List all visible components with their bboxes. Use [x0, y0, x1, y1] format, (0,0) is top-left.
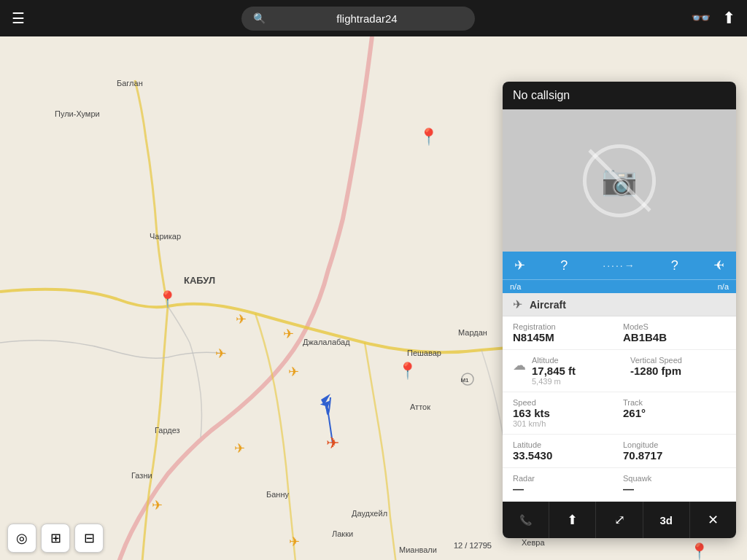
- camera-icon: 📷: [601, 163, 638, 198]
- radar-label: Radar: [513, 474, 616, 483]
- speed-track-row: Speed 163 kts 301 km/h Track 261°: [503, 392, 736, 435]
- registration-value: N8145M: [513, 331, 616, 343]
- filter-button[interactable]: ⊟: [74, 524, 104, 553]
- plane-arrive-icon: ✈: [713, 257, 724, 273]
- call-button[interactable]: 📞: [503, 502, 549, 538]
- vertical-speed-value: -1280 fpm: [630, 365, 726, 377]
- city-label: Даудхейл: [352, 509, 387, 518]
- svg-point-0: [462, 373, 473, 385]
- na-bar: n/a n/a: [503, 279, 736, 293]
- filter-icon: ⊟: [84, 530, 95, 546]
- radar-value: —: [513, 483, 616, 495]
- city-label: Банну: [266, 490, 289, 499]
- squawk-label: Squawk: [623, 474, 726, 483]
- track-label: Track: [623, 398, 726, 407]
- cloud-icon: ☁: [513, 357, 526, 373]
- track-cell: Track 261°: [623, 398, 726, 428]
- arrival-code: ?: [671, 258, 678, 273]
- speed-label: Speed: [513, 398, 616, 407]
- altitude-metric: 5,439 m: [532, 377, 627, 386]
- longitude-label: Longitude: [623, 440, 726, 449]
- map-counter-display: 12 / 12795: [454, 541, 492, 550]
- city-label: Пули-Хумри: [55, 109, 100, 118]
- svg-text:M1: M1: [460, 377, 469, 384]
- altitude-value: 17,845 ft: [532, 365, 576, 377]
- call-icon: 📞: [519, 514, 532, 526]
- city-label: Мианвали: [399, 545, 437, 554]
- latlon-row: Latitude 33.5430 Longitude 70.8717: [503, 435, 736, 468]
- expand-icon: ⤢: [614, 512, 625, 528]
- panel-header: No callsign: [503, 82, 736, 109]
- registration-modes-row: Registration N8145M ModeS AB1B4B: [503, 316, 736, 350]
- close-button[interactable]: ✕: [690, 502, 736, 538]
- altitude-cell: Altitude 17,845 ft 5,439 m: [532, 356, 627, 386]
- registration-cell: Registration N8145M: [513, 322, 616, 343]
- flight-info-panel: No callsign 📷 ✈ ? ·····→ ? ✈ n/a n/a ✈ A…: [503, 82, 736, 538]
- share-button[interactable]: ⬆: [549, 502, 596, 538]
- departure-code: ?: [560, 258, 568, 273]
- city-label: Лакки: [332, 529, 353, 538]
- city-label: Джалалабад: [303, 338, 350, 346]
- no-photo-placeholder: 📷: [583, 144, 656, 217]
- speed-cell: Speed 163 kts 301 km/h: [513, 398, 616, 428]
- location-pin-peshawar: 📍: [398, 362, 417, 381]
- longitude-cell: Longitude 70.8717: [623, 440, 726, 462]
- locate-icon: ◎: [16, 530, 28, 546]
- city-label: КАБУЛ: [184, 275, 215, 286]
- aircraft-section-title: Aircraft: [530, 299, 566, 311]
- map-toolbar: ◎ ⊞ ⊟: [7, 524, 104, 553]
- close-icon: ✕: [708, 512, 719, 528]
- city-label: Гардез: [155, 426, 180, 435]
- latitude-cell: Latitude 33.5430: [513, 440, 616, 462]
- 3d-button[interactable]: 3d: [643, 502, 690, 538]
- city-label: Атток: [410, 402, 430, 411]
- city-label: Баглан: [117, 79, 143, 88]
- vertical-speed-label: Vertical Speed: [630, 356, 726, 365]
- aircraft-icon[interactable]: ✈: [288, 364, 299, 380]
- na-right: n/a: [718, 282, 729, 291]
- search-bar[interactable]: 🔍 flightradar24: [241, 7, 475, 31]
- topbar: ☰ 🔍 flightradar24 👓 ⬆: [0, 0, 747, 36]
- aircraft-icon[interactable]: ✈: [289, 534, 300, 550]
- departure-icon: ✈: [514, 257, 525, 273]
- squawk-cell: Squawk —: [623, 474, 726, 495]
- aircraft-image: 📷: [503, 109, 736, 252]
- route-bar: ✈ ? ·····→ ? ✈: [503, 252, 736, 279]
- expand-button[interactable]: ⤢: [596, 502, 643, 538]
- aircraft-icon[interactable]: ✈: [283, 326, 294, 342]
- aircraft-icon[interactable]: ✈: [152, 497, 163, 513]
- aircraft-icon[interactable]: ✈: [234, 440, 245, 456]
- modes-cell: ModeS AB1B4B: [623, 322, 726, 343]
- search-input[interactable]: flightradar24: [271, 12, 463, 25]
- locate-button[interactable]: ◎: [7, 524, 36, 553]
- search-icon: 🔍: [253, 12, 266, 24]
- location-pin-kabul: 📍: [158, 290, 177, 309]
- binoculars-icon[interactable]: 👓: [691, 9, 711, 28]
- callsign-title: No callsign: [513, 89, 570, 102]
- modes-value: AB1B4B: [623, 331, 726, 343]
- altitude-vs-row: ☁ Altitude 17,845 ft 5,439 m Vertical Sp…: [503, 350, 736, 392]
- flight-path-indicator: ➤: [316, 394, 337, 415]
- arrival-icon: ✈: [713, 257, 724, 273]
- city-label: Чарикар: [150, 232, 181, 241]
- aircraft-icon-selected[interactable]: ✈: [326, 434, 339, 453]
- location-pin-east: 📍: [689, 542, 709, 560]
- city-label: Газни: [131, 471, 152, 480]
- altitude-label: Altitude: [532, 356, 627, 365]
- aircraft-section-icon: ✈: [513, 298, 522, 311]
- squawk-value: —: [623, 483, 726, 495]
- menu-button[interactable]: ☰: [12, 9, 25, 27]
- share-icon[interactable]: ⬆: [722, 9, 735, 28]
- 3d-label: 3d: [659, 514, 673, 526]
- share-icon: ⬆: [567, 512, 578, 528]
- layers-button[interactable]: ⊞: [41, 524, 70, 553]
- city-label: Хевра: [522, 538, 545, 547]
- aircraft-icon[interactable]: ✈: [236, 311, 247, 327]
- radar-cell: Radar —: [513, 474, 616, 495]
- panel-actions: 📞 ⬆ ⤢ 3d ✕: [503, 502, 736, 538]
- aircraft-icon[interactable]: ✈: [215, 346, 226, 362]
- latitude-label: Latitude: [513, 440, 616, 449]
- latitude-value: 33.5430: [513, 449, 616, 462]
- radar-squawk-row: Radar — Squawk —: [503, 468, 736, 502]
- modes-label: ModeS: [623, 322, 726, 331]
